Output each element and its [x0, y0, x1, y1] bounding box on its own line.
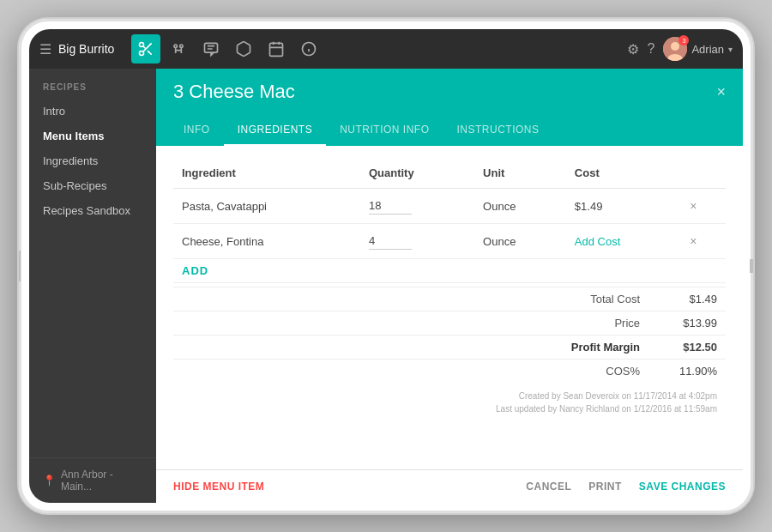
sidebar-item-sub-recipes[interactable]: Sub-Recipes	[29, 173, 156, 198]
sidebar-item-menu-items[interactable]: Menu Items	[29, 124, 156, 148]
svg-point-0	[140, 43, 144, 47]
table-row: Pasta, Cavatappi Ounce $1.49 ×	[173, 189, 726, 224]
col-header-cost: Cost	[566, 160, 682, 189]
help-icon[interactable]: ?	[648, 41, 655, 57]
svg-point-5	[174, 45, 177, 47]
location-icon: 📍	[43, 475, 56, 487]
total-row-cos: COS% 11.90%	[173, 359, 726, 383]
margin-label: Profit Margin	[554, 341, 640, 354]
updated-note: Last updated by Nancy Richland on 1/12/2…	[182, 402, 717, 415]
svg-point-21	[671, 42, 679, 51]
modal-header: 3 Cheese Mac ×	[156, 69, 743, 115]
svg-line-4	[143, 46, 146, 49]
price-value: $13.99	[674, 317, 717, 329]
cos-value: 11.90%	[674, 365, 717, 378]
bottom-bar: HIDE MENU ITEM CANCEL PRINT SAVE CHANGES	[156, 469, 743, 503]
table-row: Cheese, Fontina Ounce Add Cost ×	[173, 224, 726, 259]
total-cost-value: $1.49	[674, 293, 717, 305]
nav-icon-chat[interactable]	[196, 34, 226, 63]
ingredient-quantity[interactable]	[360, 189, 474, 224]
close-button[interactable]: ×	[716, 83, 726, 101]
chevron-down-icon: ▾	[728, 45, 733, 54]
col-header-unit: Unit	[474, 160, 566, 189]
ingredient-unit: Ounce	[474, 224, 566, 259]
save-changes-button[interactable]: SAVE CHANGES	[639, 481, 726, 493]
nav-icon-info[interactable]	[294, 34, 323, 63]
tablet-button-left	[17, 251, 21, 281]
sidebar-section-label: RECIPES	[29, 77, 156, 99]
avatar-badge: 3	[679, 35, 689, 45]
avatar-area[interactable]: 3 Adrian ▾	[663, 37, 733, 61]
table-area: Ingredient Quantity Unit Cost Pasta, Cav…	[156, 146, 743, 469]
topbar-left: ☰ Big Burrito	[39, 34, 323, 63]
hide-menu-item-button[interactable]: HIDE MENU ITEM	[173, 481, 264, 493]
topbar: ☰ Big Burrito	[29, 29, 743, 69]
total-row-cost: Total Cost $1.49	[173, 287, 726, 311]
app-name: Big Burrito	[58, 42, 114, 56]
price-label: Price	[554, 317, 640, 329]
cancel-button[interactable]: CANCEL	[526, 481, 571, 493]
hamburger-icon[interactable]: ☰	[39, 41, 51, 57]
total-row-margin: Profit Margin $12.50	[173, 335, 726, 359]
ingredient-quantity[interactable]	[360, 224, 474, 259]
tabs-bar: INFO INGREDIENTS NUTRITION INFO INSTRUCT…	[156, 115, 743, 146]
location-label: Ann Arbor - Main...	[61, 469, 142, 493]
tab-ingredients[interactable]: INGREDIENTS	[224, 115, 327, 146]
main-content: RECIPES Intro Menu Items Ingredients Sub…	[29, 69, 743, 503]
ingredient-remove[interactable]: ×	[681, 189, 726, 224]
add-link[interactable]: ADD	[173, 259, 726, 283]
ingredient-unit: Ounce	[474, 189, 566, 224]
svg-rect-10	[205, 43, 218, 52]
svg-line-3	[148, 51, 152, 55]
ingredient-remove[interactable]: ×	[681, 224, 726, 259]
svg-point-1	[140, 51, 144, 56]
tab-instructions[interactable]: INSTRUCTIONS	[443, 115, 553, 146]
sidebar-item-recipes-sandbox[interactable]: Recipes Sandbox	[29, 198, 156, 223]
sidebar-item-ingredients[interactable]: Ingredients	[29, 148, 156, 173]
add-ingredient-row: ADD	[173, 259, 726, 283]
nav-icons	[131, 34, 323, 63]
cos-label: COS%	[554, 365, 640, 378]
screen: ☰ Big Burrito	[29, 29, 743, 503]
nav-icon-fork[interactable]	[164, 34, 193, 63]
margin-value: $12.50	[674, 341, 717, 354]
sidebar-item-intro[interactable]: Intro	[29, 99, 156, 124]
content-pane: 3 Cheese Mac × INFO INGREDIENTS NUTRITIO…	[156, 69, 743, 503]
ingredient-add-cost[interactable]: Add Cost	[566, 224, 682, 259]
created-note: Created by Sean Deveroix on 11/17/2014 a…	[182, 390, 717, 402]
ingredient-name: Pasta, Cavatappi	[173, 189, 360, 224]
ingredient-name: Cheese, Fontina	[173, 224, 360, 259]
ingredients-table: Ingredient Quantity Unit Cost Pasta, Cav…	[173, 160, 726, 283]
tab-nutrition-info[interactable]: NUTRITION INFO	[326, 115, 443, 146]
nav-icon-box[interactable]	[229, 34, 258, 63]
user-name: Adrian	[691, 43, 724, 56]
col-header-ingredient: Ingredient	[173, 160, 360, 189]
nav-icon-scissors[interactable]	[131, 34, 160, 63]
totals-section: Total Cost $1.49 Price $13.99 Profit Mar…	[173, 287, 726, 383]
bottom-right-buttons: CANCEL PRINT SAVE CHANGES	[526, 481, 726, 493]
modal-title: 3 Cheese Mac	[173, 81, 295, 103]
footer-notes: Created by Sean Deveroix on 11/17/2014 a…	[173, 383, 726, 419]
ingredient-cost: $1.49	[566, 189, 682, 224]
total-cost-label: Total Cost	[554, 293, 640, 305]
print-button[interactable]: PRINT	[588, 481, 622, 493]
tab-info[interactable]: INFO	[170, 115, 224, 146]
gear-icon[interactable]: ⚙	[627, 41, 639, 57]
tablet-button-right	[750, 259, 755, 273]
tablet-frame: ☰ Big Burrito	[17, 17, 755, 515]
col-header-quantity: Quantity	[360, 160, 474, 189]
total-row-price: Price $13.99	[173, 311, 726, 335]
topbar-right: ⚙ ? 3 Adrian ▾	[627, 37, 733, 61]
svg-point-6	[180, 45, 183, 47]
nav-icon-calendar[interactable]	[262, 34, 291, 63]
col-header-actions	[681, 160, 726, 189]
svg-rect-13	[270, 43, 283, 56]
sidebar-footer: 📍 Ann Arbor - Main...	[29, 457, 156, 503]
sidebar: RECIPES Intro Menu Items Ingredients Sub…	[29, 69, 156, 503]
